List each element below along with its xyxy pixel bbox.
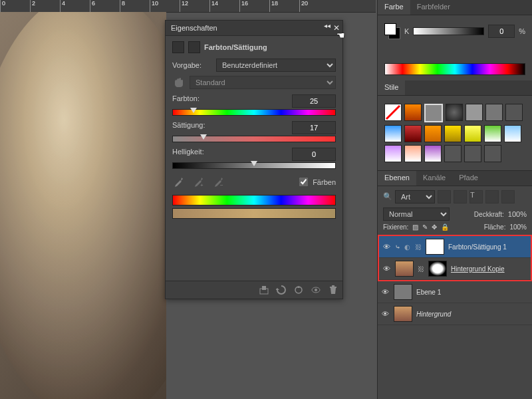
preset-select[interactable]: Benutzerdefiniert	[216, 59, 336, 72]
visibility-toggle-icon[interactable]: 👁	[382, 243, 391, 251]
visibility-toggle-icon[interactable]: 👁	[382, 265, 391, 273]
filter-pixel-icon[interactable]	[438, 190, 451, 203]
trash-icon[interactable]	[328, 285, 338, 295]
tab-swatches[interactable]: Farbfelder	[410, 0, 457, 15]
style-swatch[interactable]	[424, 125, 442, 142]
canvas[interactable]	[0, 12, 166, 399]
opacity-label: Deckkraft:	[474, 211, 504, 218]
blend-mode-select[interactable]: Normal	[383, 207, 450, 221]
previous-state-icon[interactable]	[276, 285, 287, 295]
properties-tab[interactable]: Eigenschaften ◂◂ ✕ ☚	[166, 21, 342, 36]
properties-title: Eigenschaften	[171, 24, 217, 32]
style-swatch[interactable]	[464, 125, 481, 142]
adjustment-preset-icon[interactable]	[172, 41, 184, 53]
hue-label: Farbton:	[172, 94, 200, 108]
color-spectrum[interactable]	[384, 63, 525, 75]
style-swatch[interactable]	[505, 104, 523, 121]
eyedropper-icon[interactable]	[172, 176, 184, 188]
style-swatch[interactable]	[446, 104, 463, 121]
tab-layers[interactable]: Ebenen	[378, 171, 416, 186]
filter-adjustment-icon[interactable]	[454, 190, 467, 203]
layer-name[interactable]: Farbton/Sättigung 1	[448, 243, 507, 251]
properties-panel: Eigenschaften ◂◂ ✕ ☚ Farbton/Sättigung V…	[165, 20, 343, 299]
style-swatch[interactable]	[404, 104, 422, 121]
style-swatch[interactable]	[404, 145, 422, 162]
lightness-input[interactable]	[292, 148, 336, 161]
color-range-after	[172, 208, 336, 219]
hand-scrubby-icon[interactable]	[172, 76, 186, 88]
k-slider[interactable]	[413, 27, 484, 35]
adjustment-icon: ◐	[404, 243, 411, 251]
cursor-pointer-icon: ☚	[336, 30, 345, 41]
tab-channels[interactable]: Kanäle	[416, 171, 452, 186]
layer-name[interactable]: Hintergrund	[416, 311, 451, 318]
style-swatch[interactable]	[444, 125, 462, 142]
style-swatch[interactable]	[384, 145, 402, 162]
layer-name[interactable]: Hintergrund Kopie	[451, 265, 505, 273]
style-swatch[interactable]	[404, 125, 422, 142]
layer-name[interactable]: Ebene 1	[416, 289, 441, 296]
layer-thumb[interactable]	[395, 261, 414, 277]
ruler-horizontal: 024 6810 121416 1820	[0, 0, 376, 13]
fill-value[interactable]: 100%	[509, 223, 527, 231]
lightness-slider[interactable]	[172, 162, 336, 169]
channel-select[interactable]: Standard	[190, 76, 336, 89]
layer-row[interactable]: 👁 ⤷ ◐ ⛓ Farbton/Sättigung 1	[379, 236, 531, 258]
tab-styles[interactable]: Stile	[378, 80, 405, 95]
filter-smart-icon[interactable]	[501, 190, 515, 203]
opacity-value[interactable]: 100%	[508, 210, 527, 218]
style-swatch[interactable]	[466, 104, 483, 121]
lock-all-icon[interactable]: 🔒	[441, 223, 449, 231]
layer-thumb[interactable]	[394, 306, 412, 322]
layer-mask-thumb[interactable]	[426, 239, 444, 255]
tab-color[interactable]: Farbe	[378, 0, 410, 15]
visibility-toggle-icon[interactable]: 👁	[380, 310, 390, 318]
style-swatch[interactable]	[484, 145, 501, 162]
k-input[interactable]	[488, 25, 515, 38]
lock-brush-icon[interactable]: ✎	[422, 223, 428, 231]
colorize-checkbox[interactable]: Färben	[297, 176, 336, 188]
eyedropper-add-icon[interactable]: +	[192, 176, 204, 188]
style-none[interactable]	[384, 104, 402, 121]
style-swatch[interactable]	[484, 125, 501, 142]
filter-type-icon[interactable]: T	[469, 190, 483, 203]
saturation-label: Sättigung:	[172, 121, 205, 134]
layer-row[interactable]: 👁 Ebene 1	[378, 281, 532, 303]
eyedropper-subtract-icon[interactable]: −	[212, 176, 224, 188]
link-icon: ⛓	[418, 265, 424, 273]
svg-point-6	[315, 289, 317, 291]
visibility-icon[interactable]	[311, 285, 321, 295]
reset-icon[interactable]	[293, 285, 304, 295]
layer-row[interactable]: 👁 ⛓ Hintergrund Kopie	[379, 258, 531, 280]
layer-thumb[interactable]	[394, 284, 412, 300]
lightness-label: Helligkeit:	[172, 148, 204, 161]
style-swatch[interactable]	[444, 145, 462, 162]
lock-position-icon[interactable]: ✥	[432, 223, 437, 231]
clip-to-layer-icon[interactable]	[259, 285, 269, 295]
link-icon: ⛓	[415, 243, 422, 251]
color-range-before	[172, 195, 336, 205]
layer-mask-thumb[interactable]	[428, 261, 447, 277]
svg-line-7	[386, 106, 400, 119]
style-swatch[interactable]	[504, 125, 521, 142]
collapse-icon[interactable]: ◂◂	[324, 22, 331, 29]
style-swatch[interactable]	[424, 145, 442, 162]
style-swatch[interactable]	[384, 125, 402, 142]
lock-transparency-icon[interactable]: ▨	[412, 223, 418, 231]
tab-paths[interactable]: Pfade	[452, 171, 485, 186]
style-swatch[interactable]	[485, 104, 503, 121]
saturation-input[interactable]	[292, 121, 336, 134]
filter-shape-icon[interactable]	[485, 190, 499, 203]
fill-label: Fläche:	[484, 223, 506, 231]
layer-row[interactable]: 👁 Hintergrund	[378, 303, 532, 325]
hue-slider[interactable]	[172, 109, 336, 116]
search-icon[interactable]: 🔍	[383, 192, 392, 201]
style-swatch[interactable]	[424, 104, 443, 122]
visibility-toggle-icon[interactable]: 👁	[380, 288, 390, 296]
hue-input[interactable]	[292, 94, 336, 108]
foreground-background-swatch[interactable]	[384, 23, 400, 39]
adjustment-mask-icon[interactable]	[188, 41, 200, 53]
layer-filter-select[interactable]: Art	[395, 190, 435, 203]
style-swatch[interactable]	[464, 145, 481, 162]
saturation-slider[interactable]	[172, 136, 336, 142]
